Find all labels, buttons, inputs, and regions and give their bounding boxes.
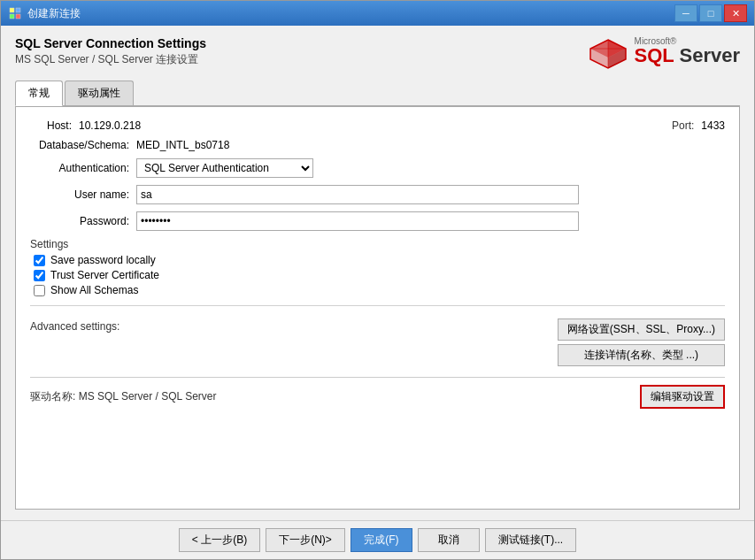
cancel-button[interactable]: 取消 (418, 528, 480, 552)
sql-server-logo: Microsoft® SQL Server (587, 36, 740, 72)
driver-section: 驱动名称: MS SQL Server / SQL Server 编辑驱动设置 (30, 377, 725, 409)
driver-name-label: 驱动名称: MS SQL Server / SQL Server (30, 389, 217, 404)
svg-rect-0 (10, 8, 14, 12)
host-value: 10.129.0.218 (79, 119, 672, 132)
port-value: 1433 (701, 119, 725, 132)
password-label: Password: (30, 215, 136, 227)
db-value: MED_INTL_bs0718 (136, 139, 229, 151)
advanced-buttons: 网络设置(SSH、SSL、Proxy...) 连接详情(名称、类型 ...) (558, 318, 725, 366)
trust-certificate-label: Trust Server Certificate (50, 269, 159, 281)
main-window: 创建新连接 ─ □ ✕ SQL Server Connection Settin… (0, 0, 755, 560)
tab-driver-properties[interactable]: 驱动属性 (65, 81, 134, 105)
minimize-button[interactable]: ─ (674, 4, 697, 22)
tab-bar: 常规 驱动属性 (15, 81, 740, 106)
database-row: Database/Schema: MED_INTL_bs0718 (30, 139, 725, 151)
connection-settings-title: SQL Server Connection Settings (15, 36, 206, 50)
password-row: Password: (30, 211, 725, 231)
separator (30, 305, 725, 306)
restore-button[interactable]: □ (699, 4, 722, 22)
sql-logo-name: SQL Server (635, 46, 740, 65)
username-row: User name: (30, 185, 725, 204)
edit-driver-button[interactable]: 编辑驱动设置 (640, 385, 725, 409)
advanced-label: Advanced settings: (30, 318, 119, 333)
auth-select[interactable]: SQL Server Authentication (136, 158, 313, 178)
advanced-section: Advanced settings: 网络设置(SSH、SSL、Proxy...… (30, 318, 725, 366)
header-section: SQL Server Connection Settings MS SQL Se… (15, 36, 740, 72)
next-button[interactable]: 下一步(N)> (266, 528, 345, 552)
host-label: Host: (30, 119, 79, 132)
network-settings-button[interactable]: 网络设置(SSH、SSL、Proxy...) (558, 318, 725, 341)
window-icon (8, 6, 22, 20)
main-content-area: SQL Server Connection Settings MS SQL Se… (1, 26, 754, 520)
svg-rect-3 (16, 14, 20, 19)
auth-row: Authentication: SQL Server Authenticatio… (30, 158, 725, 178)
connection-settings-subtitle: MS SQL Server / SQL Server 连接设置 (15, 52, 206, 67)
show-schemas-checkbox[interactable] (34, 285, 45, 296)
close-button[interactable]: ✕ (724, 4, 747, 22)
title-bar: 创建新连接 ─ □ ✕ (1, 1, 754, 26)
connection-detail-button[interactable]: 连接详情(名称、类型 ...) (558, 344, 725, 366)
port-label: Port: (672, 119, 701, 132)
back-button[interactable]: < 上一步(B) (179, 528, 260, 552)
svg-rect-2 (10, 14, 14, 19)
finish-button[interactable]: 完成(F) (351, 528, 412, 552)
window-controls: ─ □ ✕ (674, 4, 747, 22)
show-schemas-label: Show All Schemas (50, 284, 138, 296)
save-password-row: Save password locally (34, 254, 725, 266)
save-password-label: Save password locally (50, 254, 156, 266)
header-left: SQL Server Connection Settings MS SQL Se… (15, 36, 206, 67)
settings-section: Settings Save password locally Trust Ser… (30, 238, 725, 296)
window-title: 创建新连接 (27, 6, 674, 21)
save-password-checkbox[interactable] (34, 255, 45, 266)
username-input[interactable] (136, 185, 579, 204)
db-label: Database/Schema: (30, 139, 136, 151)
show-schemas-row: Show All Schemas (34, 284, 725, 296)
tab-general[interactable]: 常规 (15, 81, 63, 106)
auth-label: Authentication: (30, 162, 136, 174)
svg-rect-1 (16, 8, 20, 12)
password-input[interactable] (136, 211, 579, 231)
host-row: Host: 10.129.0.218 Port: 1433 (30, 119, 725, 132)
bottom-bar: < 上一步(B) 下一步(N)> 完成(F) 取消 测试链接(T)... (1, 520, 754, 559)
form-panel: Host: 10.129.0.218 Port: 1433 Database/S… (15, 106, 740, 510)
test-connection-button[interactable]: 测试链接(T)... (485, 528, 576, 552)
username-label: User name: (30, 188, 136, 201)
sql-logo-icon (587, 36, 629, 72)
settings-title: Settings (30, 238, 725, 250)
trust-cert-row: Trust Server Certificate (34, 269, 725, 281)
trust-certificate-checkbox[interactable] (34, 270, 45, 281)
